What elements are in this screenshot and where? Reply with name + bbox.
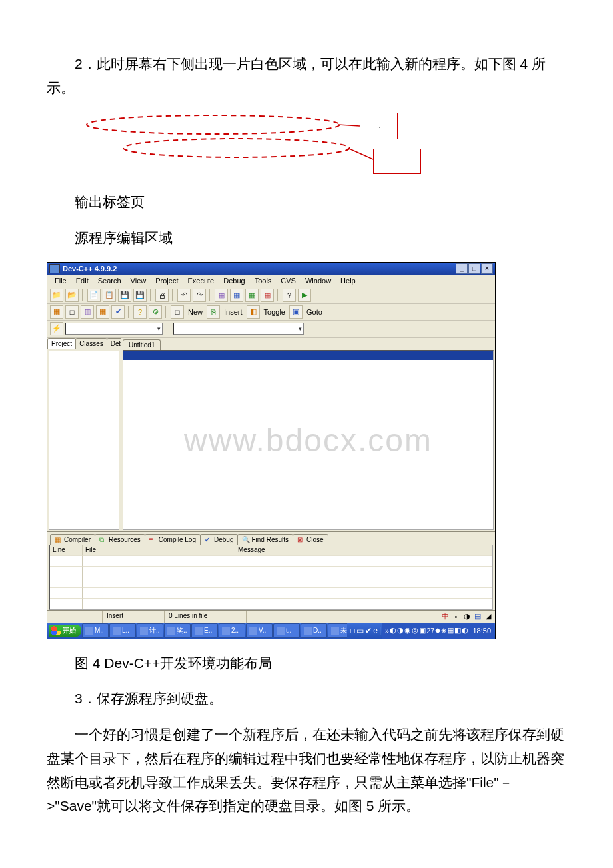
tb-run-icon[interactable]: ▦ xyxy=(230,289,243,302)
taskbar-item[interactable]: M.. xyxy=(82,623,109,638)
tb-new-icon[interactable]: 📁 xyxy=(50,289,63,302)
taskbar-item[interactable]: 2.. xyxy=(219,623,245,638)
tb2-icon[interactable]: ▦ xyxy=(96,305,109,319)
tray-icon[interactable]: ◆ xyxy=(435,626,440,635)
tb2-icon[interactable]: □ xyxy=(65,305,79,319)
menu-project[interactable]: Project xyxy=(151,276,183,285)
output-tab-compiler[interactable]: ▦ Compiler xyxy=(50,534,95,545)
tb3-icon[interactable]: ⚡ xyxy=(50,322,63,335)
code-editor[interactable]: www.bdocx.com xyxy=(123,350,494,530)
output-tab-close[interactable]: ⊠ Close xyxy=(293,534,328,545)
grid-row xyxy=(50,567,492,577)
tray-icon[interactable]: 27 xyxy=(426,627,434,635)
col-message[interactable]: Message xyxy=(235,545,492,556)
tb-help-icon[interactable]: ? xyxy=(283,289,296,302)
tb-debug-icon[interactable]: ▶ xyxy=(298,289,311,302)
status-lines: 0 Lines in file xyxy=(165,611,247,623)
menu-file[interactable]: File xyxy=(50,276,71,285)
tb-multi-icon[interactable]: 📋 xyxy=(103,289,116,302)
side-tab-classes[interactable]: Classes xyxy=(75,338,107,349)
tb-open-icon[interactable]: 📂 xyxy=(65,289,79,302)
ime-icon[interactable]: ◢ xyxy=(484,612,492,621)
side-tree[interactable] xyxy=(49,351,119,530)
taskbar-item[interactable]: 计.. xyxy=(137,623,163,638)
start-button[interactable]: 开始 xyxy=(49,625,81,637)
menu-edit[interactable]: Edit xyxy=(71,276,93,285)
combo-right[interactable]: ▾ xyxy=(173,323,304,335)
menu-search[interactable]: Search xyxy=(93,276,126,285)
tb2-new-icon[interactable]: □ xyxy=(171,305,184,319)
maximize-button[interactable]: □ xyxy=(468,263,480,274)
tb2-goto-icon[interactable]: ▣ xyxy=(289,305,303,319)
quick-launch-icon[interactable]: ▭ xyxy=(356,626,364,635)
tb-save-icon[interactable]: 💾 xyxy=(118,289,131,302)
ime-icon[interactable]: ▤ xyxy=(473,612,482,621)
menu-view[interactable]: View xyxy=(126,276,151,285)
ime-icon[interactable]: ◑ xyxy=(462,612,471,621)
side-tab-project[interactable]: Project xyxy=(47,338,76,349)
tb2-new-label[interactable]: New xyxy=(186,308,205,316)
taskbar-item[interactable]: t.. xyxy=(273,623,300,638)
taskbar-item[interactable]: E.. xyxy=(191,623,218,638)
tb-undo-icon[interactable]: ↶ xyxy=(177,289,191,302)
tb2-goto-label[interactable]: Goto xyxy=(305,308,324,316)
output-tab-resources[interactable]: ⧉ Resources xyxy=(95,534,145,545)
tray-icon[interactable]: ◑ xyxy=(397,626,404,635)
tb-compile-run-icon[interactable]: ▦ xyxy=(245,289,259,302)
tb2-icon[interactable]: ▦ xyxy=(50,305,63,319)
tray-icon[interactable]: ◐ xyxy=(462,626,468,635)
tb2-toggle-label[interactable]: Toggle xyxy=(262,308,287,316)
ime-icon[interactable]: • xyxy=(452,612,460,621)
menu-cvs[interactable]: CVS xyxy=(276,276,301,285)
tray-icon[interactable]: ◉ xyxy=(404,626,411,635)
taskbar-item[interactable]: L.. xyxy=(109,623,136,638)
tb2-insert-label[interactable]: Insert xyxy=(222,308,245,316)
tb-print-icon[interactable]: 🖨 xyxy=(155,289,169,302)
tray-icon[interactable]: ▣ xyxy=(419,626,426,635)
tb-doc-icon[interactable]: 📄 xyxy=(87,289,101,302)
tb-rebuild-icon[interactable]: ▦ xyxy=(261,289,274,302)
col-line[interactable]: Line xyxy=(50,545,83,556)
menu-execute[interactable]: Execute xyxy=(183,276,219,285)
taskbar-item[interactable]: V.. xyxy=(246,623,273,638)
tb-compile-icon[interactable]: ▦ xyxy=(215,289,228,302)
quick-launch-icon[interactable]: □ xyxy=(350,626,355,635)
output-tab-find-results[interactable]: 🔍 Find Results xyxy=(237,534,293,545)
tb-saveall-icon[interactable]: 💾 xyxy=(133,289,147,302)
quick-launch-icon[interactable]: | xyxy=(379,626,381,635)
minimize-button[interactable]: _ xyxy=(456,263,468,274)
tray-icon[interactable]: ◐ xyxy=(390,626,396,635)
menu-debug[interactable]: Debug xyxy=(219,276,249,285)
tb2-icon[interactable]: ▥ xyxy=(81,305,94,319)
taskbar-item[interactable]: 未.. xyxy=(328,623,347,638)
annotation-box-1: .. xyxy=(360,113,398,139)
tray-icon[interactable]: ▦ xyxy=(447,626,454,635)
menu-help[interactable]: Help xyxy=(336,276,360,285)
tb2-check-icon[interactable]: ✔ xyxy=(111,305,125,319)
close-icon: ⊠ xyxy=(297,536,305,543)
tray-icon[interactable]: ◎ xyxy=(412,626,418,635)
taskbar-item[interactable]: 奖.. xyxy=(164,623,191,638)
menu-tools[interactable]: Tools xyxy=(250,276,277,285)
quick-launch-icon[interactable]: ✔ xyxy=(365,626,372,635)
tray-icon[interactable]: ◈ xyxy=(441,626,446,635)
tb-redo-icon[interactable]: ↷ xyxy=(193,289,206,302)
col-file[interactable]: File xyxy=(83,545,235,556)
output-tab-label: Debug xyxy=(214,536,233,543)
taskbar-item[interactable]: D.. xyxy=(301,623,327,638)
ime-icon[interactable]: 中 xyxy=(441,612,450,621)
output-tab-label: Close xyxy=(306,536,324,543)
tb2-about-icon[interactable]: ⊚ xyxy=(149,305,162,319)
tray-icon[interactable]: ◧ xyxy=(454,626,461,635)
tb2-toggle-icon[interactable]: ◧ xyxy=(247,305,260,319)
output-tab-debug[interactable]: ✔ Debug xyxy=(200,534,238,545)
output-tab-compile-log[interactable]: ≡ Compile Log xyxy=(145,534,201,545)
tb2-help-icon[interactable]: ? xyxy=(133,305,147,319)
close-button[interactable]: × xyxy=(481,263,493,274)
tray-icon[interactable]: » xyxy=(385,627,389,635)
menu-window[interactable]: Window xyxy=(301,276,336,285)
combo-left[interactable]: ▾ xyxy=(65,323,163,335)
tb2-insert-icon[interactable]: ⎘ xyxy=(207,305,220,319)
editor-tab-untitled1[interactable]: Untitled1 xyxy=(123,339,161,350)
quick-launch-icon[interactable]: e xyxy=(373,626,378,635)
